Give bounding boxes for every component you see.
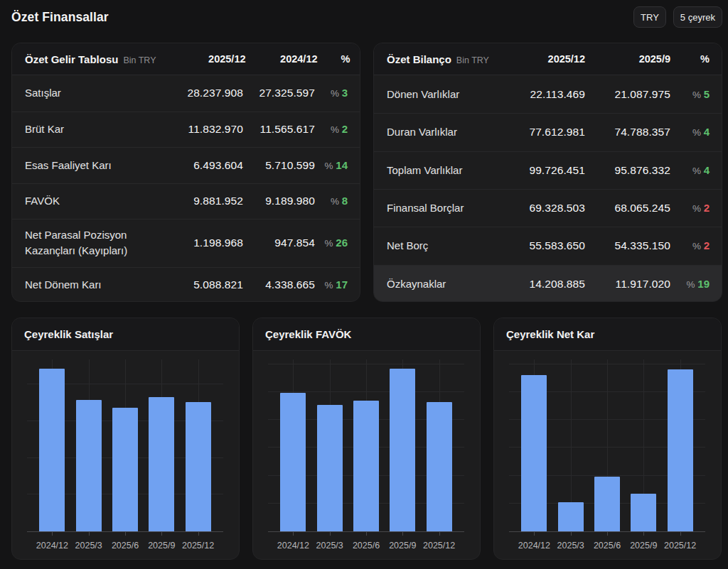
quarterly-ebitda-chart-header: Çeyreklik FAVÖK [253,318,480,351]
percent-sign: % [331,196,342,207]
pct-value: 2 [704,239,710,251]
bar-2025/3[interactable] [76,400,102,531]
value-current: 55.583.650 [500,239,585,252]
bar-2024/12[interactable] [39,369,65,531]
income-statement-body: Satışlar28.237.90827.325.597% 3Brüt Kar1… [12,75,360,302]
pct-change: % 5 [670,88,710,101]
percent-sign: % [692,127,704,138]
pct-value: 2 [342,123,348,135]
row-label: Net Dönem Karı [25,277,154,293]
bar-2025/6[interactable] [594,477,620,531]
row-label: Net Borç [387,238,500,254]
value-current: 28.237.908 [154,87,243,99]
topbar-actions: TRY 5 çeyrek [633,6,722,28]
pct-change: % 26 [315,237,348,249]
value-current: 22.113.469 [500,88,585,101]
percent-sign: % [692,203,704,214]
quarterly-sales-chart-header: Çeyreklik Satışlar [12,318,239,351]
x-tick [607,532,608,536]
value-previous: 95.876.332 [585,164,670,177]
quarterly-ebitda-chart-card: Çeyreklik FAVÖK 2024/122025/32025/62025/… [252,318,481,560]
value-previous: 54.335.150 [585,239,670,252]
bar-2025/3[interactable] [558,502,584,531]
bar-2025/12[interactable] [427,402,452,531]
period-button[interactable]: 5 çeyrek [673,6,722,28]
pct-value: 5 [704,88,710,100]
topbar: Özet Finansallar TRY 5 çeyrek [11,0,722,34]
x-tick [534,532,535,536]
bar-2025/9[interactable] [149,397,174,531]
bar-2025/12[interactable] [668,369,693,531]
table-row[interactable]: Brüt Kar11.832.97011.565.617% 2 [12,112,360,148]
quarterly-ebitda-chart-title: Çeyreklik FAVÖK [265,328,468,340]
x-tick [161,532,162,536]
income-statement-title: Özet Gelir Tablosu [25,53,118,65]
row-label: Finansal Borçlar [387,200,500,216]
x-tick [680,532,681,536]
pct-change: % 3 [315,87,348,99]
value-current: 5.088.821 [154,278,243,291]
table-row[interactable]: Net Dönem Karı5.088.8214.338.665% 17 [12,267,360,303]
balance-sheet-header: Özet Bilanço Bin TRY 2025/12 2025/9 % [374,43,722,75]
quarterly-ebitda-plot: 2024/122025/32025/62025/92025/12 [268,359,464,532]
table-row[interactable]: Satışlar28.237.90827.325.597% 3 [12,75,360,112]
table-row[interactable]: Net Borç55.583.65054.335.150% 2 [374,227,722,264]
table-row[interactable]: Toplam Varlıklar99.726.45195.876.332% 4 [374,151,722,189]
pct-value: 2 [704,202,710,214]
percent-sign: % [687,279,698,290]
currency-button[interactable]: TRY [633,6,666,28]
value-previous: 9.189.980 [243,195,315,207]
x-tick [402,532,403,536]
value-current: 99.726.451 [500,164,585,177]
balance-col-pct: % [670,53,710,65]
income-col-pct: % [318,53,350,65]
balance-sheet-title-cell: Özet Bilanço Bin TRY [387,53,500,65]
percent-sign: % [325,280,336,291]
table-row[interactable]: Dönen Varlıklar22.113.46921.087.975% 5 [374,75,722,113]
balance-col-current: 2025/12 [500,53,585,65]
row-label: Toplam Varlıklar [387,163,500,178]
pct-value: 19 [697,278,710,290]
pct-value: 26 [336,237,348,249]
percent-sign: % [692,241,704,251]
pct-change: % 8 [315,195,348,207]
x-tick-label: 2025/12 [414,541,464,551]
bar-2025/3[interactable] [317,405,343,531]
bar-2025/6[interactable] [112,408,138,531]
pct-change: % 4 [670,164,710,177]
percent-sign: % [692,90,704,100]
bar-2025/12[interactable] [186,402,211,531]
x-tick [125,532,126,536]
table-row[interactable]: Duran Varlıklar77.612.98174.788.357% 4 [374,113,722,151]
x-tick [571,532,572,536]
quarterly-sales-chart-title: Çeyreklik Satışlar [24,328,227,340]
row-label: Satışlar [25,85,154,101]
x-tick [330,532,331,536]
table-row[interactable]: Özkaynaklar14.208.88511.917.020% 19 [374,265,722,302]
balance-sheet-card: Özet Bilanço Bin TRY 2025/12 2025/9 % Dö… [373,43,722,302]
income-col-current: 2025/12 [156,53,246,65]
percent-sign: % [325,161,336,171]
bar-2025/6[interactable] [353,401,379,531]
income-statement-unit: Bin TRY [123,55,156,65]
bar-2024/12[interactable] [280,393,306,531]
x-tick-label: 2025/12 [173,541,223,551]
pct-value: 17 [336,278,348,291]
pct-value: 14 [336,159,348,171]
table-row[interactable]: Finansal Borçlar69.328.50368.065.245% 2 [374,189,722,227]
table-row[interactable]: Net Parasal Pozisyon Kazançları (Kayıpla… [12,219,360,267]
table-row[interactable]: FAVÖK9.881.9529.189.980% 8 [12,183,360,220]
percent-sign: % [331,124,342,135]
balance-sheet-unit: Bin TRY [456,55,489,65]
value-current: 11.832.970 [154,123,243,136]
value-previous: 21.087.975 [585,88,670,101]
x-tick-label: 2025/12 [655,541,705,551]
row-label: FAVÖK [25,193,154,209]
bar-2025/9[interactable] [390,369,415,531]
pct-change: % 4 [670,126,710,139]
pct-value: 3 [342,87,348,99]
value-current: 6.493.604 [154,159,243,172]
bar-2025/9[interactable] [631,494,656,531]
table-row[interactable]: Esas Faaliyet Karı6.493.6045.710.599% 14 [12,147,360,183]
bar-2024/12[interactable] [521,375,547,531]
